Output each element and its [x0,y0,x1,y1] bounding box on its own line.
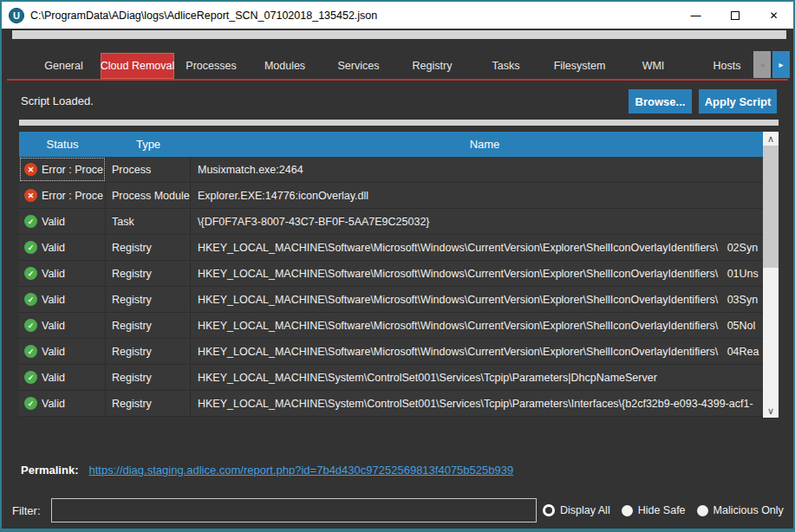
filter-radio-group: Display AllHide SafeMalicious Only [543,498,784,522]
table-header: Status Type Name [19,132,779,157]
permalink-row: Permalink:https://diag.staging.adlice.co… [21,464,513,477]
filter-input[interactable] [51,498,537,522]
table-row[interactable]: ✓ValidRegistryHKEY_LOCAL_MACHINE\Softwar… [19,261,763,287]
table-row[interactable]: ✕Error : ProceProcessMusixmatch.exe:2464 [19,157,763,183]
permalink-link[interactable]: https://diag.staging.adlice.com/report.p… [88,464,513,477]
tab-scroll-right-button[interactable]: ▸ [772,51,790,78]
row-name-cell[interactable]: Explorer.EXE:14776:iconOverlay.dll [191,183,763,208]
row-status-text: Valid [42,242,65,254]
table-row[interactable]: ✕Error : ProceProcess ModuleExplorer.EXE… [19,183,763,209]
valid-check-icon: ✓ [24,319,37,332]
table-row[interactable]: ✓ValidRegistryHKEY_LOCAL_MACHINE\System\… [19,391,763,417]
row-type-cell[interactable]: Process [106,157,191,182]
row-name-cell[interactable]: HKEY_LOCAL_MACHINE\Software\Microsoft\Wi… [191,235,763,260]
scrollbar-thumb[interactable] [763,146,779,268]
tab-general[interactable]: General [27,53,101,79]
table-body: ✕Error : ProceProcessMusixmatch.exe:2464… [19,157,763,417]
row-status-text: Error : Proce [42,164,103,176]
script-status-text: Script Loaded. [21,94,94,107]
row-status-text: Valid [42,216,65,228]
tab-tasks[interactable]: Tasks [469,53,543,79]
table-top-strip [19,120,779,126]
tab-cloud-removal[interactable]: Cloud Removal [101,53,174,79]
valid-check-icon: ✓ [24,267,37,280]
vertical-scrollbar[interactable]: ∧ ∨ [763,132,779,418]
row-name-cell[interactable]: HKEY_LOCAL_MACHINE\Software\Microsoft\Wi… [191,261,763,286]
radio-selected-icon [543,504,555,516]
filter-label: Filter: [12,504,41,517]
row-status-cell[interactable]: ✕Error : Proce [19,183,106,208]
row-type-cell[interactable]: Task [106,209,191,234]
row-status-text: Valid [42,398,65,410]
row-type-cell[interactable]: Registry [106,261,191,286]
row-name-cell[interactable]: Musixmatch.exe:2464 [191,157,763,182]
scroll-down-icon[interactable]: ∨ [763,404,779,418]
permalink-label: Permalink: [21,464,78,477]
progress-bar [12,30,786,39]
radio-label: Malicious Only [714,504,784,516]
column-header-type[interactable]: Type [106,132,191,157]
table-row[interactable]: ✓ValidRegistryHKEY_LOCAL_MACHINE\System\… [19,365,763,391]
table-row[interactable]: ✓ValidRegistryHKEY_LOCAL_MACHINE\Softwar… [19,339,763,365]
close-button[interactable]: ✕ [754,2,793,29]
row-name-cell[interactable]: HKEY_LOCAL_MACHINE\System\ControlSet001\… [191,391,763,416]
valid-check-icon: ✓ [24,241,37,254]
row-status-cell[interactable]: ✓Valid [19,209,106,234]
tabs-container: GeneralCloud RemovalProcessesModulesServ… [27,53,764,79]
row-name-cell[interactable]: \{DF0F7AF3-8007-43C7-BF0F-5AA7E9C25032} [191,209,763,234]
tab-processes[interactable]: Processes [174,53,248,79]
table-row[interactable]: ✓ValidRegistryHKEY_LOCAL_MACHINE\Softwar… [19,235,763,261]
row-status-cell[interactable]: ✓Valid [19,365,106,390]
row-status-cell[interactable]: ✓Valid [19,313,106,338]
row-type-cell[interactable]: Registry [106,287,191,312]
tab-filesystem[interactable]: Filesystem [543,53,616,79]
row-name-cell[interactable]: HKEY_LOCAL_MACHINE\System\ControlSet001\… [191,365,763,390]
row-name-cell[interactable]: HKEY_LOCAL_MACHINE\Software\Microsoft\Wi… [191,339,763,364]
table-row[interactable]: ✓ValidTask\{DF0F7AF3-8007-43C7-BF0F-5AA7… [19,209,763,235]
row-type-cell[interactable]: Registry [106,365,191,390]
column-header-name[interactable]: Name [191,132,779,157]
maximize-icon [731,11,740,20]
row-type-cell[interactable]: Registry [106,391,191,416]
column-header-status[interactable]: Status [19,132,106,157]
row-name-cell[interactable]: HKEY_LOCAL_MACHINE\Software\Microsoft\Wi… [191,313,763,338]
table-row[interactable]: ✓ValidRegistryHKEY_LOCAL_MACHINE\Softwar… [19,287,763,313]
tab-bar: GeneralCloud RemovalProcessesModulesServ… [2,50,793,79]
row-type-cell[interactable]: Registry [106,339,191,364]
scroll-up-icon[interactable]: ∧ [763,132,779,146]
table-row[interactable]: ✓ValidRegistryHKEY_LOCAL_MACHINE\Softwar… [19,313,763,339]
tab-underline [7,79,788,81]
tab-modules[interactable]: Modules [248,53,322,79]
maximize-button[interactable] [715,2,754,29]
row-type-cell[interactable]: Process Module [106,183,191,208]
tab-wmi[interactable]: WMI [616,53,690,79]
error-icon: ✕ [24,163,37,176]
row-type-cell[interactable]: Registry [106,313,191,338]
row-status-text: Valid [42,346,65,358]
row-status-cell[interactable]: ✓Valid [19,391,106,416]
apply-script-button[interactable]: Apply Script [699,89,777,114]
row-status-cell[interactable]: ✓Valid [19,339,106,364]
valid-check-icon: ✓ [24,397,37,410]
radio-label: Hide Safe [638,504,686,516]
row-status-cell[interactable]: ✕Error : Proce [19,157,106,182]
radio-display-all[interactable]: Display All [543,504,610,516]
row-status-cell[interactable]: ✓Valid [19,235,106,260]
row-status-text: Valid [42,320,65,332]
row-name-cell[interactable]: HKEY_LOCAL_MACHINE\Software\Microsoft\Wi… [191,287,763,312]
row-status-cell[interactable]: ✓Valid [19,261,106,286]
valid-check-icon: ✓ [24,371,37,384]
tab-registry[interactable]: Registry [395,53,469,79]
row-type-cell[interactable]: Registry [106,235,191,260]
minimize-button[interactable]: — [676,2,715,29]
tab-scroll-left-button[interactable]: ◂ [753,51,771,78]
radio-unselected-icon [622,505,633,516]
tab-services[interactable]: Services [322,53,395,79]
radio-malicious-only[interactable]: Malicious Only [697,504,784,516]
valid-check-icon: ✓ [24,215,37,228]
browse-button[interactable]: Browse... [629,89,692,114]
row-status-cell[interactable]: ✓Valid [19,287,106,312]
radio-unselected-icon [697,505,708,516]
row-status-text: Error : Proce [42,190,103,202]
radio-hide-safe[interactable]: Hide Safe [622,504,686,516]
